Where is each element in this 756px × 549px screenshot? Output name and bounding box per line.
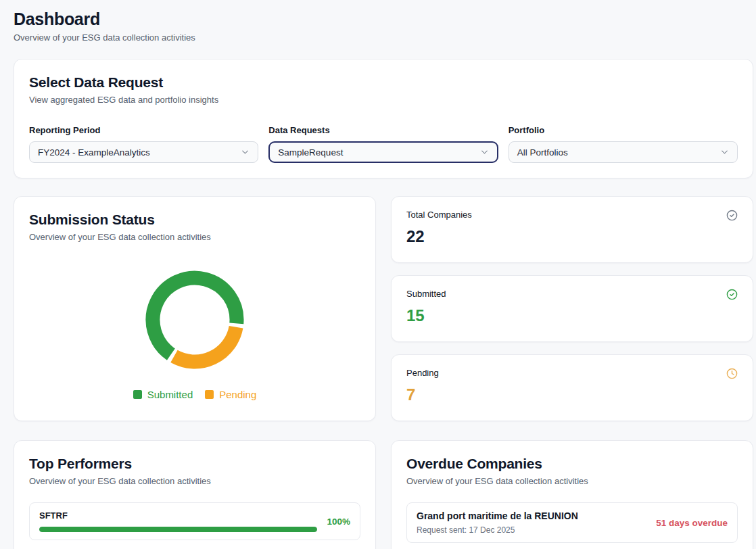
total-companies-value: 22 — [406, 227, 738, 246]
filters-grid: Reporting Period FY2024 - ExampleAnalyti… — [29, 125, 738, 163]
legend-label-pending: Pending — [219, 389, 256, 400]
data-requests-value: SampleRequest — [278, 147, 343, 158]
overdue-request-sent: Request sent: 17 Dec 2025 — [417, 525, 578, 535]
legend-swatch-submitted — [133, 390, 142, 399]
reporting-period-select[interactable]: FY2024 - ExampleAnalytics — [29, 141, 258, 163]
submission-status-card: Submission Status Overview of your ESG d… — [14, 196, 376, 421]
top-performers-list: SFTRF 100% AEROPORT DE LA REUNION — [29, 502, 360, 549]
overdue-row: Grand port maritime de la REUNION Reques… — [406, 502, 738, 543]
pending-label: Pending — [406, 368, 439, 378]
reporting-period-field: Reporting Period FY2024 - ExampleAnalyti… — [29, 125, 258, 163]
reporting-period-label: Reporting Period — [29, 125, 258, 135]
data-requests-select[interactable]: SampleRequest — [268, 141, 498, 163]
top-performers-title: Top Performers — [29, 456, 360, 472]
legend-item-submitted: Submitted — [133, 389, 193, 400]
pending-value: 7 — [406, 385, 738, 404]
submission-donut — [141, 266, 249, 374]
filters-subtitle: View aggregated ESG data and portfolio i… — [29, 95, 738, 105]
portfolio-select[interactable]: All Portfolios — [509, 141, 738, 163]
performer-percent: 100% — [327, 517, 350, 527]
portfolio-field: Portfolio All Portfolios — [509, 125, 738, 163]
overdue-days-badge: 51 days overdue — [656, 518, 728, 528]
total-companies-label: Total Companies — [406, 210, 472, 220]
submission-chart-area: Submitted Pending — [29, 242, 360, 406]
portfolio-value: All Portfolios — [517, 147, 568, 158]
row-bottom: Top Performers Overview of your ESG data… — [14, 440, 753, 549]
overdue-title: Overdue Companies — [406, 456, 738, 472]
stats-column: Total Companies 22 Submitted 15 — [391, 196, 753, 421]
chevron-down-icon — [479, 147, 490, 158]
performer-progress-track — [39, 527, 317, 532]
chevron-down-icon — [240, 147, 250, 158]
data-requests-field: Data Requests SampleRequest — [268, 125, 498, 163]
page-subtitle: Overview of your ESG data collection act… — [14, 32, 753, 43]
stat-card-total-companies: Total Companies 22 — [391, 196, 753, 263]
legend-item-pending: Pending — [205, 389, 256, 400]
portfolio-label: Portfolio — [509, 125, 738, 135]
stat-card-pending: Pending 7 — [391, 354, 753, 421]
performer-progress-fill — [39, 527, 317, 532]
submitted-label: Submitted — [406, 289, 446, 299]
select-data-request-card: Select Data Request View aggregated ESG … — [14, 59, 753, 178]
overdue-subtitle: Overview of your ESG data collection act… — [406, 476, 738, 486]
submission-status-title: Submission Status — [29, 212, 360, 228]
overdue-companies-card: Overdue Companies Overview of your ESG d… — [391, 440, 753, 549]
data-requests-label: Data Requests — [268, 125, 498, 135]
filters-title: Select Data Request — [29, 74, 738, 91]
circle-check-icon — [726, 210, 738, 221]
clock-icon — [726, 368, 738, 379]
circle-check-icon — [726, 289, 738, 300]
stat-card-submitted: Submitted 15 — [391, 275, 753, 342]
performer-row: SFTRF 100% — [29, 502, 360, 540]
chevron-down-icon — [719, 147, 730, 158]
legend-label-submitted: Submitted — [147, 389, 193, 400]
legend-swatch-pending — [205, 390, 214, 399]
top-performers-card: Top Performers Overview of your ESG data… — [14, 440, 376, 549]
dashboard-page: Dashboard Overview of your ESG data coll… — [0, 0, 756, 549]
submitted-value: 15 — [406, 306, 738, 325]
page-title: Dashboard — [14, 9, 753, 29]
reporting-period-value: FY2024 - ExampleAnalytics — [38, 147, 150, 158]
row-submission: Submission Status Overview of your ESG d… — [14, 196, 753, 421]
donut-legend: Submitted Pending — [133, 389, 257, 400]
top-performers-subtitle: Overview of your ESG data collection act… — [29, 476, 360, 486]
overdue-list: Grand port maritime de la REUNION Reques… — [406, 502, 738, 549]
performer-name: SFTRF — [39, 510, 317, 521]
overdue-company-name: Grand port maritime de la REUNION — [417, 510, 578, 521]
submission-status-subtitle: Overview of your ESG data collection act… — [29, 232, 360, 242]
